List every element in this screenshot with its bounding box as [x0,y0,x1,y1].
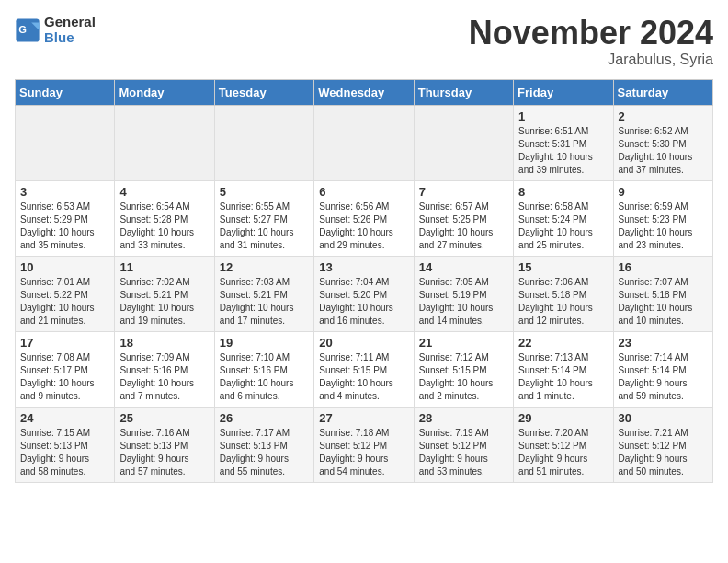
day-number: 10 [20,260,109,274]
calendar-cell: 24Sunrise: 7:15 AM Sunset: 5:13 PM Dayli… [16,407,115,482]
day-number: 11 [119,260,209,274]
day-info: Sunrise: 6:59 AM Sunset: 5:23 PM Dayligh… [619,201,708,252]
calendar-table: SundayMondayTuesdayWednesdayThursdayFrid… [15,79,713,483]
logo-icon: G [15,17,40,43]
logo-general-text: General [44,15,96,30]
calendar-cell: 25Sunrise: 7:16 AM Sunset: 5:13 PM Dayli… [115,407,214,482]
day-number: 17 [20,336,109,350]
calendar-cell [16,105,115,180]
day-info: Sunrise: 6:58 AM Sunset: 5:24 PM Dayligh… [518,201,608,252]
calendar-cell: 27Sunrise: 7:18 AM Sunset: 5:12 PM Dayli… [314,407,414,482]
day-number: 22 [518,336,608,350]
day-number: 6 [319,185,408,199]
day-number: 4 [119,185,209,199]
calendar-cell: 29Sunrise: 7:20 AM Sunset: 5:12 PM Dayli… [514,407,613,482]
day-number: 3 [20,185,109,199]
day-info: Sunrise: 7:21 AM Sunset: 5:12 PM Dayligh… [619,427,708,478]
day-info: Sunrise: 7:20 AM Sunset: 5:12 PM Dayligh… [518,427,608,478]
logo: G General Blue [15,15,96,45]
calendar-cell: 8Sunrise: 6:58 AM Sunset: 5:24 PM Daylig… [514,180,613,256]
calendar-cell: 17Sunrise: 7:08 AM Sunset: 5:17 PM Dayli… [16,331,115,407]
day-info: Sunrise: 7:08 AM Sunset: 5:17 PM Dayligh… [20,351,109,403]
day-info: Sunrise: 7:10 AM Sunset: 5:16 PM Dayligh… [220,351,309,403]
header-row: SundayMondayTuesdayWednesdayThursdayFrid… [16,79,713,105]
calendar-cell: 12Sunrise: 7:03 AM Sunset: 5:21 PM Dayli… [214,256,313,331]
day-number: 12 [220,260,309,274]
day-info: Sunrise: 7:07 AM Sunset: 5:18 PM Dayligh… [619,276,708,327]
logo-blue-text: Blue [44,30,96,46]
day-number: 1 [518,109,608,123]
calendar-body: 1Sunrise: 6:51 AM Sunset: 5:31 PM Daylig… [16,105,713,482]
calendar-cell: 13Sunrise: 7:04 AM Sunset: 5:20 PM Dayli… [314,256,414,331]
day-info: Sunrise: 6:53 AM Sunset: 5:29 PM Dayligh… [20,201,109,252]
day-info: Sunrise: 6:55 AM Sunset: 5:27 PM Dayligh… [220,201,309,252]
calendar-cell: 21Sunrise: 7:12 AM Sunset: 5:15 PM Dayli… [414,331,513,407]
day-info: Sunrise: 7:19 AM Sunset: 5:12 PM Dayligh… [419,427,508,478]
day-number: 24 [20,411,109,425]
calendar-cell: 30Sunrise: 7:21 AM Sunset: 5:12 PM Dayli… [613,407,712,482]
week-row-3: 10Sunrise: 7:01 AM Sunset: 5:22 PM Dayli… [16,256,713,331]
calendar-cell: 22Sunrise: 7:13 AM Sunset: 5:14 PM Dayli… [514,331,613,407]
day-number: 26 [220,411,309,425]
day-number: 19 [220,336,309,350]
header-day-monday: Monday [115,79,214,105]
location-subtitle: Jarabulus, Syria [469,52,713,68]
calendar-cell: 20Sunrise: 7:11 AM Sunset: 5:15 PM Dayli… [314,331,414,407]
title-block: November 2024 Jarabulus, Syria [469,15,713,68]
calendar-cell: 5Sunrise: 6:55 AM Sunset: 5:27 PM Daylig… [214,180,313,256]
day-info: Sunrise: 6:57 AM Sunset: 5:25 PM Dayligh… [419,201,508,252]
calendar-cell: 28Sunrise: 7:19 AM Sunset: 5:12 PM Dayli… [414,407,513,482]
calendar-cell: 14Sunrise: 7:05 AM Sunset: 5:19 PM Dayli… [414,256,513,331]
header-day-thursday: Thursday [414,79,513,105]
calendar-cell: 9Sunrise: 6:59 AM Sunset: 5:23 PM Daylig… [613,180,712,256]
week-row-2: 3Sunrise: 6:53 AM Sunset: 5:29 PM Daylig… [16,180,713,256]
day-number: 2 [619,109,708,123]
day-info: Sunrise: 7:03 AM Sunset: 5:21 PM Dayligh… [220,276,309,327]
header-day-sunday: Sunday [16,79,115,105]
day-info: Sunrise: 7:09 AM Sunset: 5:16 PM Dayligh… [119,351,209,403]
day-info: Sunrise: 7:01 AM Sunset: 5:22 PM Dayligh… [20,276,109,327]
header-day-tuesday: Tuesday [214,79,313,105]
calendar-cell: 7Sunrise: 6:57 AM Sunset: 5:25 PM Daylig… [414,180,513,256]
calendar-cell: 2Sunrise: 6:52 AM Sunset: 5:30 PM Daylig… [613,105,712,180]
day-number: 30 [619,411,708,425]
calendar-cell: 10Sunrise: 7:01 AM Sunset: 5:22 PM Dayli… [16,256,115,331]
header-day-saturday: Saturday [613,79,712,105]
day-info: Sunrise: 7:15 AM Sunset: 5:13 PM Dayligh… [20,427,109,478]
calendar-cell: 18Sunrise: 7:09 AM Sunset: 5:16 PM Dayli… [115,331,214,407]
calendar-cell: 26Sunrise: 7:17 AM Sunset: 5:13 PM Dayli… [214,407,313,482]
calendar-cell: 6Sunrise: 6:56 AM Sunset: 5:26 PM Daylig… [314,180,414,256]
calendar-cell: 1Sunrise: 6:51 AM Sunset: 5:31 PM Daylig… [514,105,613,180]
month-title: November 2024 [469,15,713,52]
calendar-cell: 19Sunrise: 7:10 AM Sunset: 5:16 PM Dayli… [214,331,313,407]
week-row-5: 24Sunrise: 7:15 AM Sunset: 5:13 PM Dayli… [16,407,713,482]
day-number: 16 [619,260,708,274]
calendar-cell: 16Sunrise: 7:07 AM Sunset: 5:18 PM Dayli… [613,256,712,331]
calendar-cell: 15Sunrise: 7:06 AM Sunset: 5:18 PM Dayli… [514,256,613,331]
header-day-wednesday: Wednesday [314,79,414,105]
day-number: 18 [119,336,209,350]
day-info: Sunrise: 7:04 AM Sunset: 5:20 PM Dayligh… [319,276,408,327]
day-info: Sunrise: 7:13 AM Sunset: 5:14 PM Dayligh… [518,351,608,403]
calendar-cell: 3Sunrise: 6:53 AM Sunset: 5:29 PM Daylig… [16,180,115,256]
logo-text: General Blue [44,15,96,45]
day-number: 8 [518,185,608,199]
calendar-cell: 11Sunrise: 7:02 AM Sunset: 5:21 PM Dayli… [115,256,214,331]
calendar-cell [314,105,414,180]
day-number: 14 [419,260,508,274]
day-number: 23 [619,336,708,350]
day-number: 29 [518,411,608,425]
header-day-friday: Friday [514,79,613,105]
day-info: Sunrise: 6:52 AM Sunset: 5:30 PM Dayligh… [619,125,708,177]
day-number: 5 [220,185,309,199]
day-info: Sunrise: 6:51 AM Sunset: 5:31 PM Dayligh… [518,125,608,177]
day-info: Sunrise: 6:54 AM Sunset: 5:28 PM Dayligh… [119,201,209,252]
day-info: Sunrise: 6:56 AM Sunset: 5:26 PM Dayligh… [319,201,408,252]
calendar-cell [115,105,214,180]
day-number: 15 [518,260,608,274]
svg-text:G: G [18,23,27,34]
week-row-4: 17Sunrise: 7:08 AM Sunset: 5:17 PM Dayli… [16,331,713,407]
day-number: 27 [319,411,408,425]
page-header: G General Blue November 2024 Jarabulus, … [15,15,713,68]
calendar-cell [214,105,313,180]
